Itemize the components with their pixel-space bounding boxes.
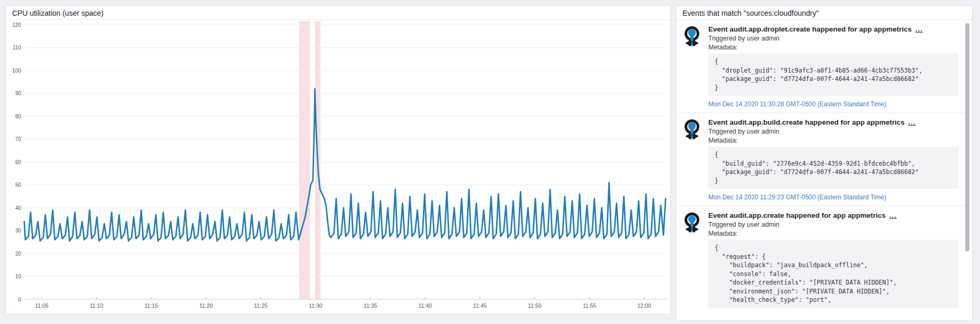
event-body: Event audit.app.droplet.create happened … — [708, 25, 958, 108]
x-tick-label: 12:00 — [637, 302, 651, 309]
event-metadata-label: Metadata: — [708, 230, 958, 237]
y-tick-label: 60 — [15, 159, 22, 165]
x-tick-label: 11:50 — [528, 302, 542, 309]
events-title: Events that match "sources:cloudfoundry" — [676, 6, 972, 20]
y-tick-label: 0 — [18, 297, 21, 302]
y-tick-label: 20 — [15, 251, 22, 257]
y-tick-label: 100 — [12, 68, 21, 74]
cloudfoundry-logo-icon — [682, 211, 701, 235]
y-tick-label: 90 — [15, 90, 22, 96]
y-tick-label: 50 — [15, 182, 22, 188]
x-tick-label: 11:15 — [145, 302, 159, 309]
event-metadata-json: { "droplet_guid": "91c9afc3-a8f1-4b85-ad… — [708, 54, 958, 96]
event-triggered-by: Triggered by user admin — [708, 128, 958, 135]
x-tick-label: 11:55 — [583, 302, 597, 309]
event-more-link[interactable]: ... — [908, 118, 916, 126]
x-tick-label: 11:35 — [364, 302, 378, 309]
events-scrollbar-thumb[interactable] — [965, 23, 969, 251]
cloudfoundry-logo-icon — [682, 25, 701, 49]
x-tick-label: 11:05 — [35, 302, 49, 309]
event-more-link[interactable]: ... — [889, 211, 897, 219]
y-tick-label: 40 — [15, 205, 22, 211]
x-axis: 11:0511:1011:1511:2011:2511:3011:3511:40… — [24, 297, 666, 309]
y-tick-label: 10 — [15, 274, 22, 279]
event-title-text: Event audit.app.build.create happened fo… — [708, 118, 905, 126]
events-panel: Events that match "sources:cloudfoundry" — [676, 5, 973, 321]
dashboard: CPU utilization (user space) 01020304050… — [0, 0, 980, 324]
x-tick-label: 11:30 — [309, 302, 323, 309]
event-triggered-by: Triggered by user admin — [708, 35, 958, 42]
chart-title: CPU utilization (user space) — [6, 6, 670, 20]
event-card[interactable]: Event audit.app.create happened for app … — [676, 206, 972, 318]
event-metadata-json: { "request": { "buildpack": "java_buildp… — [708, 240, 958, 308]
x-tick-label: 11:40 — [419, 302, 432, 309]
y-tick-label: 30 — [15, 228, 22, 234]
events-list: Event audit.app.droplet.create happened … — [676, 20, 972, 321]
y-tick-label: 80 — [15, 114, 22, 119]
cpu-user-series-line — [24, 89, 666, 241]
cpu-chart-area[interactable]: 010203040506070809010011012011:0511:1011… — [6, 20, 671, 313]
y-gridlines: 0102030405060708090100110120 — [12, 22, 666, 302]
event-card[interactable]: Event audit.app.droplet.create happened … — [676, 20, 972, 113]
y-tick-label: 70 — [15, 136, 22, 142]
x-tick-label: 11:25 — [254, 302, 268, 309]
y-tick-label: 120 — [12, 22, 21, 28]
event-metadata-label: Metadata: — [708, 137, 958, 144]
event-title: Event audit.app.droplet.create happened … — [708, 25, 958, 33]
cloudfoundry-logo-icon — [682, 118, 701, 142]
x-tick-label: 11:10 — [90, 302, 104, 309]
event-timestamp-link[interactable]: Mon Dec 14 2020 11:30:28 GMT-0500 (Easte… — [708, 100, 958, 108]
event-title: Event audit.app.build.create happened fo… — [708, 118, 958, 126]
event-more-link[interactable]: ... — [915, 25, 923, 33]
cpu-chart-panel: CPU utilization (user space) 01020304050… — [5, 5, 671, 315]
event-triggered-by: Triggered by user admin — [708, 221, 958, 228]
event-title: Event audit.app.create happened for app … — [708, 211, 958, 219]
cpu-timeseries-chart[interactable]: 010203040506070809010011012011:0511:1011… — [6, 20, 671, 313]
event-metadata-json: { "build_guid": "2776e9c4-452d-4359-92d1… — [708, 147, 958, 189]
event-timestamp-link[interactable]: Mon Dec 14 2020 11:29:23 GMT-0500 (Easte… — [708, 194, 958, 201]
event-body: Event audit.app.build.create happened fo… — [708, 118, 958, 201]
event-card[interactable]: Event audit.app.build.create happened fo… — [676, 113, 972, 206]
event-title-text: Event audit.app.droplet.create happened … — [708, 25, 912, 33]
event-title-text: Event audit.app.create happened for app … — [708, 211, 886, 219]
y-tick-label: 110 — [13, 45, 21, 50]
event-metadata-label: Metadata: — [708, 44, 958, 51]
x-tick-label: 11:45 — [473, 302, 487, 309]
x-tick-label: 11:20 — [200, 302, 213, 309]
event-body: Event audit.app.create happened for app … — [708, 211, 958, 313]
